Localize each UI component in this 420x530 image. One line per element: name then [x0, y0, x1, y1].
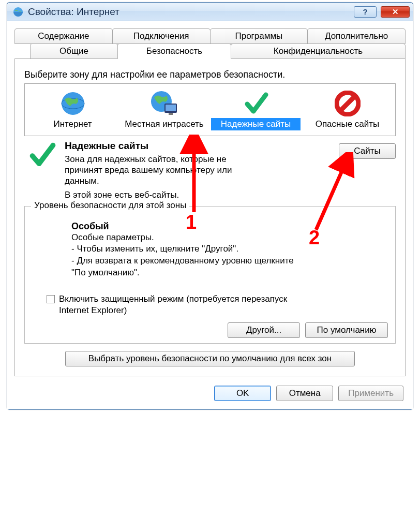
reset-all-zones-button[interactable]: Выбрать уровень безопасности по умолчани…	[65, 351, 355, 366]
tabs-row-back: Содержание Подключения Программы Дополни…	[14, 28, 406, 44]
checkmark-icon	[27, 140, 57, 170]
tab-general[interactable]: Общие	[30, 43, 118, 59]
zone-desc-body: Зона для надежных сайтов, которые не при…	[65, 154, 266, 187]
tab-advanced[interactable]: Дополнительно	[307, 28, 406, 44]
zone-description: Надежные сайты Зона для надежных сайтов,…	[27, 140, 396, 201]
sites-button[interactable]: Сайты	[339, 143, 396, 159]
apply-button[interactable]: Применить	[338, 386, 403, 401]
title-bar[interactable]: Свойства: Интернет ? ✕	[7, 3, 413, 21]
group-legend: Уровень безопасности для этой зоны	[31, 200, 189, 211]
client-area: Содержание Подключения Программы Дополни…	[7, 21, 413, 409]
cancel-button[interactable]: Отмена	[276, 386, 333, 401]
tab-content[interactable]: Содержание	[14, 28, 113, 44]
zone-internet[interactable]: Интернет	[27, 88, 118, 131]
zone-label: Интернет	[28, 118, 117, 130]
default-level-button[interactable]: По умолчанию	[305, 322, 388, 338]
globe-icon	[28, 89, 117, 118]
zone-intranet[interactable]: Местная интрасеть	[118, 88, 210, 131]
security-level-group: Уровень безопасности для этой зоны Особы…	[24, 206, 396, 344]
zone-desc-title: Надежные сайты	[65, 140, 332, 152]
zone-restricted[interactable]: Опасные сайты	[302, 88, 393, 131]
window-title: Свойства: Интернет	[28, 6, 350, 18]
ok-button[interactable]: OK	[214, 386, 271, 401]
svg-rect-6	[169, 113, 173, 115]
svg-line-8	[340, 96, 355, 111]
help-button[interactable]: ?	[354, 6, 377, 18]
zone-label: Местная интрасеть	[119, 118, 209, 130]
zone-desc-note: В этой зоне есть веб-сайты.	[65, 189, 266, 200]
tab-connections[interactable]: Подключения	[112, 28, 211, 44]
zone-select-heading: Выберите зону для настройки ее параметро…	[24, 69, 396, 80]
zone-label: Опасные сайты	[303, 118, 392, 130]
globe-monitor-icon	[119, 89, 209, 118]
custom-level-button[interactable]: Другой...	[228, 322, 300, 338]
security-tab-page: Выберите зону для настройки ее параметро…	[14, 58, 406, 376]
level-line3: - Для возврата к рекомендованному уровню…	[71, 255, 309, 279]
level-line1: Особые параметры.	[71, 232, 309, 244]
internet-options-window: Свойства: Интернет ? ✕ Содержание Подклю…	[7, 2, 413, 410]
protected-mode-checkbox[interactable]	[47, 295, 55, 303]
tab-security[interactable]: Безопасность	[117, 43, 231, 59]
internet-options-icon	[12, 6, 24, 18]
checkmark-icon	[211, 89, 301, 118]
prohibited-icon	[303, 89, 392, 118]
protected-mode-row[interactable]: Включить защищенный режим (потребуется п…	[47, 293, 388, 316]
dialog-buttons: OK Отмена Применить	[14, 386, 406, 403]
tabs-row-front: Общие Безопасность Конфиденциальность	[14, 43, 406, 59]
tab-privacy[interactable]: Конфиденциальность	[231, 43, 406, 59]
zone-picker[interactable]: Интернет Местная интрасеть	[24, 83, 396, 136]
svg-rect-5	[166, 105, 176, 111]
zone-label: Надежные сайты	[211, 118, 301, 130]
level-title: Особый	[71, 221, 388, 232]
close-button[interactable]: ✕	[381, 6, 410, 18]
level-line2: - Чтобы изменить их, щелкните "Другой".	[71, 243, 309, 255]
tab-programs[interactable]: Программы	[210, 28, 308, 44]
zone-trusted[interactable]: Надежные сайты	[210, 88, 302, 131]
protected-mode-label: Включить защищенный режим (потребуется п…	[59, 293, 302, 316]
